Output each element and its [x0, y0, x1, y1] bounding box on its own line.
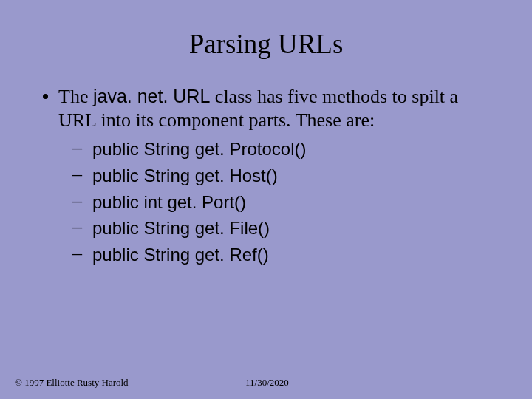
- list-item: – public int get. Port(): [72, 189, 495, 214]
- slide-title: Parsing URLs: [0, 0, 532, 60]
- bullet-pre: The: [58, 86, 93, 107]
- dash-icon: –: [72, 136, 82, 160]
- method-text: public String get. Host(): [92, 164, 278, 188]
- method-text: public String get. Protocol(): [92, 137, 306, 161]
- list-item: – public String get. Host(): [72, 163, 495, 188]
- dash-icon: –: [72, 215, 82, 239]
- list-item: – public String get. Protocol(): [72, 136, 495, 161]
- method-text: public int get. Port(): [92, 191, 246, 214]
- dash-icon: –: [72, 163, 82, 186]
- method-text: public String get. Ref(): [92, 243, 269, 267]
- slide: Parsing URLs The java. net. URL class ha…: [0, 0, 532, 399]
- list-item: – public String get. Ref(): [72, 242, 495, 267]
- footer-date: 11/30/2020: [245, 377, 289, 389]
- slide-body: The java. net. URL class has five method…: [0, 60, 532, 267]
- bullet-icon: [43, 94, 48, 99]
- sub-list: – public String get. Protocol() – public…: [72, 136, 495, 266]
- list-item: – public String get. File(): [72, 215, 495, 240]
- dash-icon: –: [72, 189, 82, 213]
- bullet-code: java. net. URL: [93, 86, 210, 106]
- bullet-item: The java. net. URL class has five method…: [43, 85, 495, 132]
- dash-icon: –: [72, 242, 82, 265]
- footer-copyright: © 1997 Elliotte Rusty Harold: [15, 377, 129, 389]
- method-text: public String get. File(): [92, 216, 270, 240]
- bullet-text: The java. net. URL class has five method…: [58, 85, 495, 132]
